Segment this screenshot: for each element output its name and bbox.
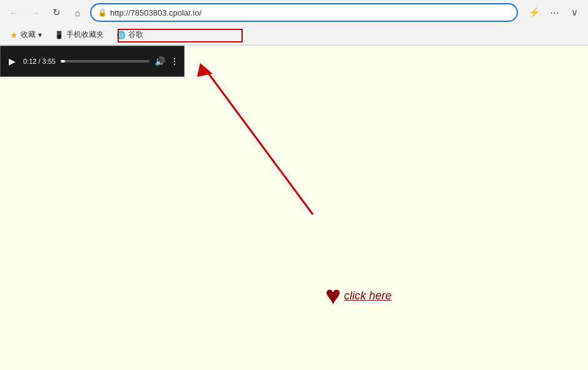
video-more-button[interactable]: ⋮ [170,56,179,66]
lightning-button[interactable]: ⚡ [525,4,543,21]
bookmarks-bar: ★ 收藏 ▾ 📱 手机收藏夹 🌐 谷歌 [0,25,588,45]
click-here-text[interactable]: click here [344,289,392,302]
heart-icon: ♥ [325,281,341,311]
back-button[interactable]: ← [5,4,23,21]
play-button[interactable]: ▶ [6,55,18,68]
forward-button[interactable]: → [26,4,44,21]
progress-bar[interactable] [61,60,150,62]
progress-fill [61,60,65,62]
volume-button[interactable]: 🔊 [155,56,165,66]
back-icon: ← [9,8,19,18]
home-button[interactable]: ⌂ [69,4,86,21]
time-display: 0:12 / 3:55 [23,58,56,65]
mobile-icon: 📱 [54,31,64,39]
svg-marker-1 [197,63,213,77]
globe-icon: 🌐 [116,31,126,39]
collect-label: 收藏 [21,29,36,40]
home-icon: ⌂ [74,8,80,18]
mobile-label: 手机收藏夹 [66,29,104,40]
reload-button[interactable]: ↻ [48,4,65,21]
bookmark-google[interactable]: 🌐 谷歌 [113,28,147,41]
toolbar-right: ⚡ ⋯ ∨ [525,4,583,21]
more-icon: ⋯ [550,7,559,18]
address-bar-container: 🔒 [90,3,518,22]
reload-icon: ↻ [53,7,61,18]
address-input[interactable] [110,8,510,18]
bookmark-mobile[interactable]: 📱 手机收藏夹 [51,28,108,41]
browser-chrome: ← → ↻ ⌂ 🔒 ⚡ ⋯ ∨ ★ [0,0,588,46]
click-here-area[interactable]: ♥ click here [325,281,392,311]
play-icon: ▶ [9,56,16,66]
bookmark-collect[interactable]: ★ 收藏 ▾ [6,28,46,41]
nav-bar: ← → ↻ ⌂ 🔒 ⚡ ⋯ ∨ [0,0,588,25]
page-content: ▶ 0:12 / 3:55 🔊 ⋮ ♥ click here [0,46,588,348]
google-label: 谷歌 [128,29,143,40]
video-player: ▶ 0:12 / 3:55 🔊 ⋮ [0,46,185,77]
volume-icon: 🔊 [155,56,165,66]
more-options-button[interactable]: ⋯ [545,4,563,21]
lock-icon: 🔒 [98,8,107,17]
chevron-button[interactable]: ∨ [565,4,583,21]
arrow-annotation [125,52,325,227]
lightning-icon: ⚡ [529,7,540,18]
url-box-overlay [0,46,588,348]
chevron-down-icon: ∨ [571,7,578,18]
svg-line-0 [206,71,313,214]
star-icon: ★ [10,30,18,40]
collect-arrow-icon: ▾ [38,31,42,39]
video-more-icon: ⋮ [170,56,179,66]
forward-icon: → [31,8,40,18]
